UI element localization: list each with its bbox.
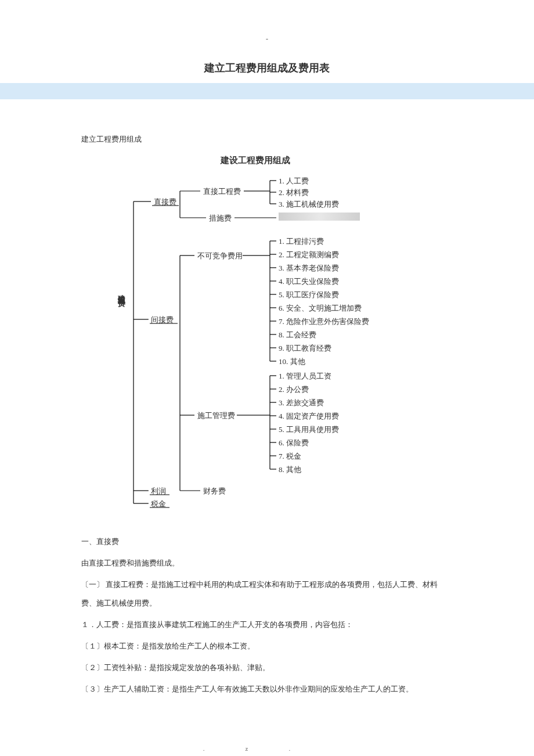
paragraph-1: 由直接工程费和措施费组成。 — [81, 554, 453, 572]
paragraph-4: 〔１〕根本工资：是指发放给生产工人的根本工资。 — [81, 637, 453, 655]
paragraph-3: １．人工费：是指直接从事建筑工程施工的生产工人开支的各项费用，内容包括： — [81, 615, 453, 633]
page-title: 建立工程费用组成及费用表 — [81, 61, 453, 75]
section-subtitle: 建立工程费用组成 — [81, 134, 453, 145]
structure-diagram: 建设工程费用组成 建设工程费 直接费 直接工程费 措施费 1. 人工费 2. 材… — [104, 155, 430, 515]
header-dash: - — [81, 35, 453, 44]
diagram-lines — [104, 155, 430, 515]
decorative-band — [0, 83, 534, 99]
footer-z: z. — [246, 745, 331, 752]
page-footer: .z. — [81, 745, 453, 752]
paragraph-2: 〔一〕 直接工程费：是指施工过程中耗用的构成工程实体和有助于工程形成的各项费用，… — [81, 575, 453, 611]
paragraph-6: 〔３〕生产工人辅助工资：是指生产工人年有效施工天数以外非作业期间的应发给生产工人… — [81, 680, 453, 698]
footer-dot: . — [203, 745, 246, 752]
heading-1: 一、直接费 — [81, 532, 453, 550]
paragraph-5: 〔２〕工资性补贴：是指按规定发放的各项补贴、津贴。 — [81, 658, 453, 676]
